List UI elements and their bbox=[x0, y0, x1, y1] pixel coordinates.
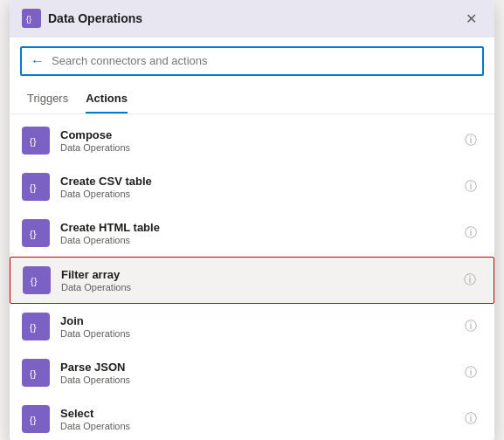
list-item-select[interactable]: {} Select Data Operations ⓘ bbox=[10, 396, 494, 441]
join-text: Join Data Operations bbox=[60, 314, 459, 339]
svg-text:{}: {} bbox=[30, 320, 37, 332]
list-item-create-csv[interactable]: {} Create CSV table Data Operations ⓘ bbox=[10, 164, 494, 210]
create-csv-icon: {} bbox=[22, 173, 50, 201]
tab-triggers[interactable]: Triggers bbox=[27, 85, 68, 113]
actions-list: {} Compose Data Operations ⓘ {} Create C… bbox=[10, 118, 494, 441]
close-button[interactable]: ✕ bbox=[460, 9, 482, 29]
svg-text:{}: {} bbox=[30, 413, 37, 424]
parse-json-sub: Data Operations bbox=[60, 375, 459, 385]
filter-array-sub: Data Operations bbox=[61, 282, 459, 292]
svg-text:{}: {} bbox=[30, 367, 37, 378]
create-csv-sub: Data Operations bbox=[60, 189, 459, 199]
create-csv-info-icon[interactable]: ⓘ bbox=[459, 177, 482, 196]
dialog-header: {} Data Operations ✕ bbox=[10, 0, 494, 38]
create-html-text: Create HTML table Data Operations bbox=[60, 221, 459, 245]
create-html-info-icon[interactable]: ⓘ bbox=[459, 223, 482, 243]
search-input[interactable] bbox=[52, 54, 473, 67]
filter-array-text: Filter array Data Operations bbox=[61, 268, 459, 292]
join-info-icon[interactable]: ⓘ bbox=[459, 317, 482, 336]
parse-json-text: Parse JSON Data Operations bbox=[60, 361, 459, 385]
select-icon: {} bbox=[22, 405, 50, 433]
tab-actions[interactable]: Actions bbox=[86, 85, 128, 113]
create-csv-name: Create CSV table bbox=[60, 175, 459, 188]
select-name: Select bbox=[60, 407, 459, 420]
list-item-join[interactable]: {} Join Data Operations ⓘ bbox=[10, 304, 494, 350]
compose-text: Compose Data Operations bbox=[60, 128, 459, 153]
svg-text:{}: {} bbox=[30, 134, 37, 146]
compose-sub: Data Operations bbox=[60, 142, 459, 153]
parse-json-icon: {} bbox=[22, 359, 50, 387]
dialog-title: Data Operations bbox=[48, 11, 142, 25]
header-left: {} Data Operations bbox=[22, 9, 142, 28]
search-bar: ← bbox=[20, 46, 484, 76]
join-sub: Data Operations bbox=[60, 328, 459, 339]
create-html-name: Create HTML table bbox=[60, 221, 459, 234]
parse-json-info-icon[interactable]: ⓘ bbox=[459, 363, 482, 382]
parse-json-name: Parse JSON bbox=[60, 361, 459, 374]
filter-array-icon: {} bbox=[23, 266, 51, 294]
svg-text:{}: {} bbox=[30, 227, 37, 238]
create-html-icon: {} bbox=[22, 219, 50, 247]
select-sub: Data Operations bbox=[60, 421, 459, 431]
join-name: Join bbox=[60, 314, 459, 327]
select-text: Select Data Operations bbox=[60, 407, 459, 431]
svg-text:{}: {} bbox=[31, 274, 38, 285]
list-item-compose[interactable]: {} Compose Data Operations ⓘ bbox=[10, 118, 494, 164]
filter-array-info-icon[interactable]: ⓘ bbox=[459, 271, 481, 290]
tabs-bar: Triggers Actions bbox=[10, 85, 494, 114]
compose-info-icon[interactable]: ⓘ bbox=[459, 131, 482, 150]
data-operations-dialog: {} Data Operations ✕ ← Triggers Actions … bbox=[10, 0, 494, 440]
list-item-filter-array[interactable]: {} Filter array Data Operations ⓘ bbox=[10, 257, 494, 304]
create-csv-text: Create CSV table Data Operations bbox=[60, 175, 459, 199]
data-ops-icon: {} bbox=[25, 12, 38, 24]
compose-icon: {} bbox=[22, 127, 50, 155]
list-item-parse-json[interactable]: {} Parse JSON Data Operations ⓘ bbox=[10, 350, 494, 396]
svg-text:{}: {} bbox=[26, 14, 32, 24]
create-html-sub: Data Operations bbox=[60, 235, 459, 245]
compose-name: Compose bbox=[60, 128, 459, 141]
select-info-icon[interactable]: ⓘ bbox=[459, 409, 482, 429]
join-icon: {} bbox=[22, 313, 50, 340]
dialog-header-icon: {} bbox=[22, 9, 41, 28]
svg-text:{}: {} bbox=[30, 181, 37, 192]
list-item-create-html[interactable]: {} Create HTML table Data Operations ⓘ bbox=[10, 210, 494, 257]
back-arrow-icon[interactable]: ← bbox=[31, 53, 45, 69]
filter-array-name: Filter array bbox=[61, 268, 459, 281]
